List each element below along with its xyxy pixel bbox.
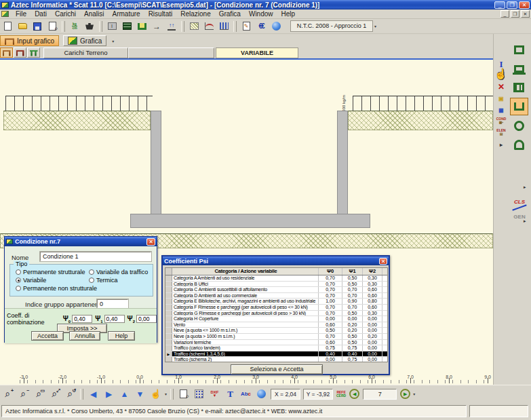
load-type-2-button[interactable] xyxy=(14,47,26,58)
cond-tool[interactable]: COND ▦▪ xyxy=(496,117,507,127)
section-data-button[interactable]: I xyxy=(105,20,119,33)
pan-left-button[interactable] xyxy=(86,387,100,401)
menu-item[interactable]: Relazione xyxy=(176,9,214,18)
psi-table-row[interactable]: Vento 0,60 0,20 0,00 xyxy=(165,322,387,328)
empty-load-button[interactable] xyxy=(128,47,214,58)
grid-toggle-button[interactable] xyxy=(192,387,206,401)
menu-item[interactable]: Analisi xyxy=(80,9,108,18)
seleziona-accetta-button[interactable]: Seleziona e Accetta xyxy=(231,364,323,375)
geometry-button[interactable] xyxy=(135,20,149,33)
psi-table-row[interactable]: Categoria B Uffici 0,70 0,50 0,30 xyxy=(165,282,387,288)
rect-section-button[interactable] xyxy=(510,41,528,58)
psi-table-row[interactable]: Categoria G Rimesse e parcheggi (per aut… xyxy=(165,311,387,317)
menu-item[interactable]: Carichi xyxy=(51,9,80,18)
loads-button[interactable]: ↑↑ xyxy=(165,20,178,33)
multi-cell-section-button[interactable] xyxy=(510,79,528,96)
previous-condition-button[interactable]: ◀ xyxy=(349,389,359,399)
elen-tool[interactable]: ELEN ▤ xyxy=(496,129,507,138)
zoom-extents-button[interactable]: ⤢ xyxy=(47,387,62,401)
materials-button[interactable] xyxy=(120,20,134,33)
help-button[interactable]: Help xyxy=(108,331,135,341)
analysis-arrow-button[interactable]: → xyxy=(150,20,163,33)
close-button[interactable]: ✕ xyxy=(519,1,530,9)
report-button[interactable]: ✎ xyxy=(239,20,253,33)
psi-table-row[interactable]: Traffico (carico tandem) 0,75 0,75 0,00 xyxy=(165,345,387,351)
computo-button[interactable]: €€ xyxy=(254,20,268,33)
tipo-radio[interactable]: Permanente non strutturale xyxy=(16,285,97,292)
psi-table-row[interactable]: Categoria D Ambienti ad uso commerciale … xyxy=(165,293,387,299)
psi-table-row[interactable]: Traffico (schema 2) 0,00 0,75 0,00 xyxy=(165,357,387,362)
toolbar-overflow-arrow[interactable]: ▾ xyxy=(373,24,378,28)
nome-input[interactable]: Condizione 1 xyxy=(40,252,151,261)
small-tool-a[interactable]: ▣ xyxy=(496,94,507,104)
shear-diagram-button[interactable] xyxy=(217,20,231,33)
normative-combo[interactable]: N.T.C. 2008 - Approccio 1 xyxy=(290,20,373,32)
circular-section-button[interactable] xyxy=(510,117,528,134)
more-tools-arrow[interactable]: ▸ xyxy=(496,140,507,150)
restore-button[interactable]: ❐ xyxy=(507,1,517,9)
zoom-window-button[interactable]: ▭ xyxy=(32,387,46,401)
mdi-minimize-button[interactable]: _ xyxy=(500,10,509,18)
moment-diagram-button[interactable] xyxy=(202,20,216,33)
cls-gen-button[interactable]: CLS GEN xyxy=(510,194,529,221)
pan-up-button[interactable] xyxy=(117,387,132,401)
terrain-button[interactable] xyxy=(187,20,201,33)
menu-item[interactable]: Grafica xyxy=(215,9,245,18)
psi-table-row[interactable]: Categoria H Coperture 0,00 0,00 0,00 xyxy=(165,316,387,322)
psi-close-icon[interactable]: ✕ xyxy=(379,258,387,265)
menu-item[interactable]: Armature xyxy=(109,9,144,18)
load-type-3-button[interactable] xyxy=(27,47,40,58)
psi-value-input[interactable]: 0,00 xyxy=(136,315,157,323)
pan-down-button[interactable] xyxy=(133,387,147,401)
dxf-export-button[interactable]: DXF▼ xyxy=(208,387,222,401)
psi-dialog-titlebar[interactable]: Coefficienti Psi ✕ xyxy=(163,256,389,265)
condizione-dialog-titlebar[interactable]: Condizione nr.7 ✕ xyxy=(5,237,157,246)
text-tool-button[interactable]: T xyxy=(223,387,237,401)
save-file-button[interactable] xyxy=(31,20,44,33)
psi-table-row[interactable]: Categoria F Rimesse e parcheggi (per aut… xyxy=(165,305,387,311)
zoom-toolbar-overflow-arrow[interactable]: ▾ xyxy=(163,392,168,396)
sections-more-arrow[interactable]: ▸ xyxy=(524,185,526,190)
minimize-button[interactable]: _ xyxy=(494,1,505,9)
next-condition-button[interactable]: ▶ xyxy=(400,389,410,399)
indice-input[interactable]: 0 xyxy=(97,299,128,308)
units-button[interactable]: kgcm xyxy=(68,20,81,33)
condizione-close-icon[interactable]: ✕ xyxy=(146,238,155,246)
zoom-previous-button[interactable]: ↺ xyxy=(63,387,77,401)
help-globe-button[interactable] xyxy=(269,20,283,33)
psi-table-row[interactable]: Variazioni termiche 0,60 0,50 0,00 xyxy=(165,340,387,346)
accetta-button[interactable]: Accetta xyxy=(31,331,64,341)
menu-item[interactable]: Help xyxy=(277,9,300,18)
grafica-button[interactable]: Grafica xyxy=(63,35,106,46)
nav-toolbar-overflow-arrow[interactable]: ▾ xyxy=(412,392,416,396)
clsgen-more-arrow[interactable]: ▸ xyxy=(524,218,526,224)
reference-icon[interactable]: REFECERD xyxy=(336,391,346,398)
zoom-out-button[interactable]: − xyxy=(16,387,31,401)
font-button[interactable]: Abc xyxy=(239,387,253,401)
horseshoe-section-button[interactable] xyxy=(510,136,528,153)
psi-table-row[interactable]: Neve (a quota <= 1000 m s.l.m.) 0,50 0,2… xyxy=(165,328,387,334)
pan-right-button[interactable] xyxy=(102,387,116,401)
open-file-button[interactable] xyxy=(16,20,29,33)
psi-value-input[interactable]: 0,40 xyxy=(72,315,92,323)
tipo-radio[interactable]: Variabile xyxy=(16,277,46,284)
tipo-radio[interactable]: Termica xyxy=(89,277,118,284)
new-file-button[interactable] xyxy=(1,20,14,33)
mdi-restore-button[interactable]: ❐ xyxy=(511,10,519,18)
pan-hand-button[interactable] xyxy=(149,387,163,401)
tipo-radio[interactable]: Variabile da traffico xyxy=(89,269,148,275)
mdi-close-button[interactable]: ✕ xyxy=(521,10,530,18)
carichi-terreno-button[interactable]: Carichi Terreno xyxy=(43,47,128,58)
input-grafico-button[interactable]: Input grafico xyxy=(0,35,59,46)
zoom-in-button[interactable]: + xyxy=(1,387,15,401)
rect-footing-section-button[interactable] xyxy=(510,60,528,77)
psi-table-row[interactable]: Categoria C Ambienti suscettibili di aff… xyxy=(165,287,387,293)
menu-item[interactable]: Dati xyxy=(31,9,51,18)
annulla-button[interactable]: Annulla xyxy=(69,331,100,341)
preview-button[interactable] xyxy=(176,387,191,401)
small-tool-b[interactable]: ▦ xyxy=(496,106,507,115)
psi-table-row[interactable]: Categoria E Biblioteche, archivi, magazz… xyxy=(165,299,387,305)
mode-toolbar-overflow-arrow[interactable]: ▾ xyxy=(111,39,115,43)
menu-item[interactable]: File xyxy=(12,9,31,18)
load-type-1-button[interactable] xyxy=(0,47,13,58)
